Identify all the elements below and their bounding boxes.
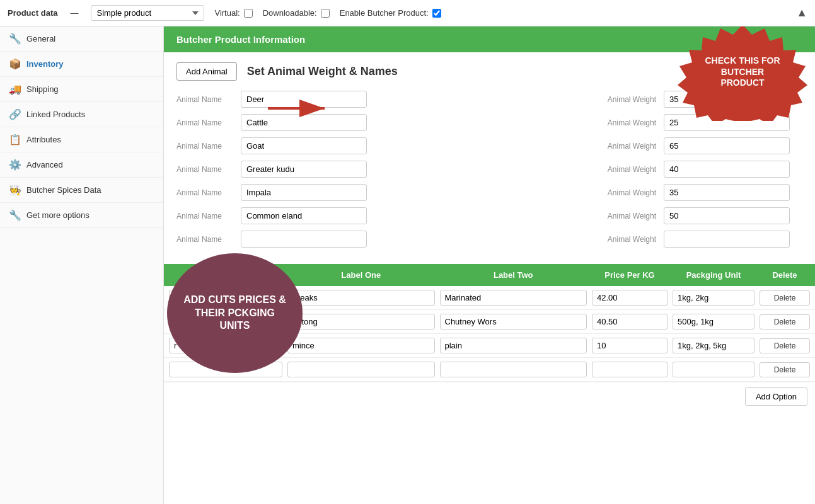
animal-name-input[interactable] <box>241 161 367 178</box>
sidebar-item-inventory[interactable]: 📦 Inventory <box>0 52 163 77</box>
cuts-table-row: Delete <box>164 286 815 310</box>
animal-weight-input[interactable] <box>664 91 790 108</box>
general-link[interactable]: General <box>26 34 55 43</box>
attributes-icon: 📋 <box>9 134 21 146</box>
label-two-input[interactable] <box>440 362 587 377</box>
butcher-header: Butcher Product Information CHECK THIS F… <box>164 26 815 52</box>
animal-weight-group: Animal Weight <box>593 207 790 224</box>
label-one-input[interactable] <box>287 362 435 377</box>
animal-name-label: Animal Name <box>176 142 233 151</box>
animal-name-label: Animal Name <box>176 212 233 220</box>
cuts-table: Cuts NameLabel OneLabel TwoPrice Per KGP… <box>164 264 815 382</box>
packaging-unit-input[interactable] <box>673 290 754 306</box>
cuts-name-input[interactable] <box>169 314 282 329</box>
animal-weight-label: Animal Weight <box>593 118 656 127</box>
shipping-link[interactable]: Shipping <box>26 84 59 94</box>
animal-section-top: Add Animal Set Animal Weight & Names <box>176 62 802 81</box>
cuts-header-cell: Label Two <box>440 270 587 280</box>
price-per-kg-input[interactable] <box>592 314 668 329</box>
label-one-input[interactable] <box>287 314 435 329</box>
animal-weight-input[interactable] <box>664 137 790 154</box>
get-more-icon: 🔧 <box>9 209 21 221</box>
sidebar-item-general[interactable]: 🔧 General <box>0 26 163 52</box>
animal-weight-group: Animal Weight <box>593 91 790 108</box>
animal-name-input[interactable] <box>241 184 367 201</box>
advanced-link[interactable]: Advanced <box>26 160 63 169</box>
label-one-input[interactable] <box>287 338 435 353</box>
wrench-icon: 🔧 <box>9 33 21 45</box>
animal-weight-input[interactable] <box>664 161 790 178</box>
linked-products-link[interactable]: Linked Products <box>26 110 85 119</box>
collapse-button[interactable]: ▲ <box>796 6 807 20</box>
animal-weight-input[interactable] <box>664 207 790 224</box>
label-two-input[interactable] <box>440 338 587 353</box>
price-per-kg-input[interactable] <box>592 362 668 377</box>
animal-name-input[interactable] <box>241 207 367 224</box>
delete-button[interactable]: Delete <box>760 290 810 306</box>
virtual-checkbox[interactable] <box>244 9 253 18</box>
animal-name-input[interactable] <box>241 231 367 248</box>
section-title: Set Animal Weight & Names <box>247 65 398 78</box>
animal-weight-label: Animal Weight <box>593 165 656 174</box>
packaging-unit-input[interactable] <box>673 314 754 329</box>
packaging-unit-input[interactable] <box>673 338 754 353</box>
label-two-input[interactable] <box>440 290 587 306</box>
price-per-kg-input[interactable] <box>592 290 668 306</box>
butcher-spices-link[interactable]: Butcher Spices Data <box>26 185 101 195</box>
animal-rows: Animal Name Animal Weight Animal Name An… <box>176 91 802 248</box>
cuts-header-cell: Price Per KG <box>592 270 668 280</box>
virtual-checkbox-group: Virtual: <box>214 8 252 18</box>
delete-button[interactable]: Delete <box>760 362 810 377</box>
inventory-link[interactable]: Inventory <box>26 59 64 69</box>
animal-weight-label: Animal Weight <box>593 142 656 151</box>
delete-button[interactable]: Delete <box>760 314 810 329</box>
cuts-header-cell: Label One <box>287 270 435 280</box>
animal-weight-group: Animal Weight <box>593 184 790 201</box>
product-data-panel: Product data — Simple product Virtual: D… <box>0 0 815 504</box>
virtual-label: Virtual: <box>214 8 240 18</box>
sidebar-item-shipping[interactable]: 🚚 Shipping <box>0 77 163 102</box>
animal-section: Add Animal Set Animal Weight & Names Ani… <box>164 52 815 258</box>
animal-name-input[interactable] <box>241 114 367 131</box>
animal-weight-input[interactable] <box>664 114 790 131</box>
animal-name-label: Animal Name <box>176 188 233 197</box>
cuts-header-cell: Packging Unit <box>673 270 754 280</box>
get-more-link[interactable]: Get more options <box>26 210 90 220</box>
sidebar-item-advanced[interactable]: ⚙️ Advanced <box>0 152 163 178</box>
animal-name-input[interactable] <box>241 91 367 108</box>
animal-weight-input[interactable] <box>664 231 790 248</box>
enable-butcher-checkbox[interactable] <box>432 9 441 18</box>
add-animal-button[interactable]: Add Animal <box>176 62 237 81</box>
animal-weight-input[interactable] <box>664 184 790 201</box>
sidebar-item-linked-products[interactable]: 🔗 Linked Products <box>0 102 163 127</box>
animal-name-label: Animal Name <box>176 235 233 244</box>
cuts-name-input[interactable] <box>169 362 282 377</box>
attributes-link[interactable]: Attributes <box>26 135 61 144</box>
price-per-kg-input[interactable] <box>592 338 668 353</box>
product-type-select[interactable]: Simple product <box>91 5 204 21</box>
add-option-button[interactable]: Add Option <box>745 387 807 406</box>
butcher-header-title: Butcher Product Information <box>176 34 305 45</box>
label-two-input[interactable] <box>440 314 587 329</box>
animal-row: Animal Name Animal Weight <box>176 231 802 248</box>
packaging-unit-input[interactable] <box>673 362 754 377</box>
cuts-name-input[interactable] <box>169 338 282 353</box>
animal-weight-group: Animal Weight <box>593 161 790 178</box>
animal-row: Animal Name Animal Weight <box>176 161 802 178</box>
product-data-label: Product data <box>8 8 57 18</box>
cuts-table-header: Cuts NameLabel OneLabel TwoPrice Per KGP… <box>164 264 815 286</box>
downloadable-checkbox-group: Downloadable: <box>263 8 330 18</box>
inventory-icon: 📦 <box>9 58 21 70</box>
label-one-input[interactable] <box>287 290 435 306</box>
cuts-name-input[interactable] <box>169 290 282 306</box>
butcher-icon: 🧑‍🍳 <box>9 184 21 196</box>
sidebar-item-get-more[interactable]: 🔧 Get more options <box>0 203 163 228</box>
cuts-rows: Delete Delete Delete Delete <box>164 286 815 382</box>
sidebar-item-attributes[interactable]: 📋 Attributes <box>0 127 163 152</box>
downloadable-checkbox[interactable] <box>321 9 330 18</box>
animal-name-input[interactable] <box>241 137 367 154</box>
content-area: Butcher Product Information CHECK THIS F… <box>164 26 815 504</box>
animal-weight-label: Animal Weight <box>593 95 656 104</box>
delete-button[interactable]: Delete <box>760 338 810 353</box>
sidebar-item-butcher-spices[interactable]: 🧑‍🍳 Butcher Spices Data <box>0 178 163 203</box>
